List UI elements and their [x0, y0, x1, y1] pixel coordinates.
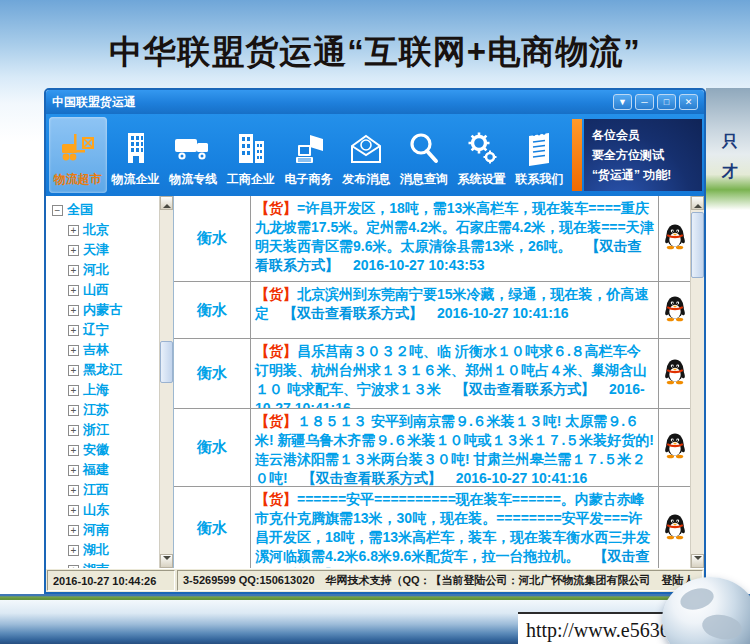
- scroll-thumb[interactable]: [160, 341, 173, 383]
- qq-penguin-icon[interactable]: [664, 432, 686, 463]
- scroll-up-icon[interactable]: [691, 196, 704, 210]
- tab-logistics-company[interactable]: 物流企业: [107, 117, 165, 193]
- expand-icon[interactable]: [68, 305, 79, 316]
- expand-icon[interactable]: [68, 365, 79, 376]
- member-notice-banner: 各位会员 要全方位测试 “货运通” 功能!: [584, 119, 702, 191]
- tree-item-province[interactable]: 内蒙古: [52, 300, 159, 320]
- tree-item-province[interactable]: 山西: [52, 280, 159, 300]
- tree-item-province[interactable]: 安徽: [52, 440, 159, 460]
- expand-icon[interactable]: [68, 405, 79, 416]
- message-time: 2016-10-27 10:41:16: [437, 305, 569, 321]
- tree-item-province[interactable]: 福建: [52, 460, 159, 480]
- notepad-icon: [523, 127, 555, 171]
- freight-message-row[interactable]: 衡水 【货】１８５１３ 安平到南京需９.６米装１３吨! 太原需９.６米! 新疆乌…: [174, 409, 690, 487]
- tree-item-province[interactable]: 天津: [52, 240, 159, 260]
- status-info: 3-5269599 QQ:150613020 华网技术支持（QQ：【当前登陆公司…: [177, 570, 703, 591]
- tree-label: 江西: [83, 481, 109, 499]
- qq-cell[interactable]: [659, 409, 690, 486]
- banner-orange-strip: [572, 119, 582, 191]
- tree-item-province[interactable]: 江苏: [52, 400, 159, 420]
- expand-icon[interactable]: [68, 225, 79, 236]
- maximize-button[interactable]: □: [657, 94, 676, 110]
- qq-penguin-icon[interactable]: [664, 513, 686, 544]
- contact-hint[interactable]: 【双击查看联系方式】: [302, 470, 442, 486]
- expand-icon[interactable]: [68, 285, 79, 296]
- page-title: 中华联盟货运通“互联网+电商物流”: [0, 30, 750, 75]
- freight-tag: 【货】: [255, 413, 297, 429]
- qq-cell[interactable]: [659, 282, 690, 338]
- menu-button[interactable]: ▼: [613, 94, 632, 110]
- expand-icon[interactable]: [68, 385, 79, 396]
- tree-item-province[interactable]: 吉林: [52, 340, 159, 360]
- envelope-icon: [347, 127, 385, 171]
- message-cell[interactable]: 【货】======安平==========现在装车======。内蒙古赤峰市克什…: [251, 487, 659, 568]
- expand-icon[interactable]: [68, 485, 79, 496]
- qq-penguin-icon[interactable]: [664, 358, 686, 389]
- expand-icon[interactable]: [68, 325, 79, 336]
- tree-item-province[interactable]: 河南: [52, 520, 159, 540]
- tab-contact-us[interactable]: 联系我们: [510, 117, 568, 193]
- tab-ecommerce[interactable]: 电子商务: [280, 117, 338, 193]
- scroll-down-icon[interactable]: [691, 554, 704, 568]
- message-cell[interactable]: 【货】１８５１３ 安平到南京需９.６米装１３吨! 太原需９.６米! 新疆乌鲁木齐…: [251, 409, 659, 486]
- expand-icon[interactable]: [68, 425, 79, 436]
- tree-item-province[interactable]: 黑龙江: [52, 360, 159, 380]
- minimize-button[interactable]: ─: [635, 94, 654, 110]
- truck-icon: [173, 127, 213, 171]
- contact-hint[interactable]: 【双击查看联系方式】: [455, 381, 595, 397]
- qq-cell[interactable]: [659, 196, 690, 281]
- window-titlebar[interactable]: 中国联盟货运通 ▼ ─ □ ✕: [46, 90, 704, 114]
- message-cell[interactable]: 【货】=许昌开发区，18吨，需13米高栏车，现在装车====重庆九龙坡需17.5…: [251, 196, 659, 281]
- list-scrollbar[interactable]: [690, 196, 704, 568]
- tree-label: 浙江: [83, 421, 109, 439]
- expand-icon[interactable]: [68, 545, 79, 556]
- tab-system-settings[interactable]: 系统设置: [453, 117, 511, 193]
- region-cell: 衡水: [174, 196, 251, 281]
- tree-item-province[interactable]: 辽宁: [52, 320, 159, 340]
- qq-cell[interactable]: [659, 487, 690, 568]
- tree-item-province[interactable]: 湖南: [52, 560, 159, 568]
- expand-icon[interactable]: [68, 345, 79, 356]
- collapse-icon[interactable]: [52, 205, 63, 216]
- tree-item-province[interactable]: 江西: [52, 480, 159, 500]
- scroll-up-icon[interactable]: [160, 196, 173, 210]
- qq-penguin-icon[interactable]: [664, 223, 686, 254]
- tree-scrollbar[interactable]: [159, 196, 173, 568]
- freight-message-row[interactable]: 衡水 【货】昌乐莒南３０３２吨、临 沂衡水１０吨求６.８高栏车今订明装、杭州台州…: [174, 339, 690, 409]
- close-button[interactable]: ✕: [679, 94, 698, 110]
- tree-item-province[interactable]: 山东: [52, 500, 159, 520]
- tab-label: 工商企业: [227, 171, 275, 188]
- qq-penguin-icon[interactable]: [664, 295, 686, 326]
- tree-label: 山西: [83, 281, 109, 299]
- tree-item-province[interactable]: 河北: [52, 260, 159, 280]
- scroll-down-icon[interactable]: [160, 554, 173, 568]
- region-tree-panel: 全国 北京 天津: [46, 196, 174, 568]
- freight-message-row[interactable]: 衡水 【货】=许昌开发区，18吨，需13米高栏车，现在装车====重庆九龙坡需1…: [174, 196, 690, 282]
- message-cell[interactable]: 【货】昌乐莒南３０３２吨、临 沂衡水１０吨求６.８高栏车今订明装、杭州台州求１３…: [251, 339, 659, 408]
- expand-icon[interactable]: [68, 245, 79, 256]
- tree-item-province[interactable]: 北京: [52, 220, 159, 240]
- banner-line: 要全方位测试: [592, 145, 702, 165]
- tab-logistics-lines[interactable]: 物流专线: [164, 117, 222, 193]
- tab-publish-message[interactable]: 发布消息: [337, 117, 395, 193]
- expand-icon[interactable]: [68, 465, 79, 476]
- qq-cell[interactable]: [659, 339, 690, 408]
- tab-label: 消息查询: [400, 171, 448, 188]
- tab-message-query[interactable]: 消息查询: [395, 117, 453, 193]
- expand-icon[interactable]: [68, 265, 79, 276]
- expand-icon[interactable]: [68, 525, 79, 536]
- tree-item-province[interactable]: 浙江: [52, 420, 159, 440]
- expand-icon[interactable]: [68, 505, 79, 516]
- expand-icon[interactable]: [68, 445, 79, 456]
- tree-item-province[interactable]: 上海: [52, 380, 159, 400]
- freight-message-row[interactable]: 衡水 【货】======安平==========现在装车======。内蒙古赤峰…: [174, 487, 690, 568]
- tree-root-national[interactable]: 全国: [52, 200, 159, 220]
- contact-hint[interactable]: 【双击查看联系方式】: [283, 305, 423, 321]
- building-icon: [119, 127, 153, 171]
- scroll-thumb[interactable]: [691, 212, 704, 278]
- tree-item-province[interactable]: 湖北: [52, 540, 159, 560]
- tab-business-company[interactable]: 工商企业: [222, 117, 280, 193]
- message-cell[interactable]: 【货】北京滨州到东莞南宁要15米冷藏，绿通，现在装，价高速定 【双击查看联系方式…: [251, 282, 659, 338]
- freight-message-row[interactable]: 衡水 【货】北京滨州到东莞南宁要15米冷藏，绿通，现在装，价高速定 【双击查看联…: [174, 282, 690, 339]
- tab-logistics-market[interactable]: 物流超市: [49, 117, 107, 193]
